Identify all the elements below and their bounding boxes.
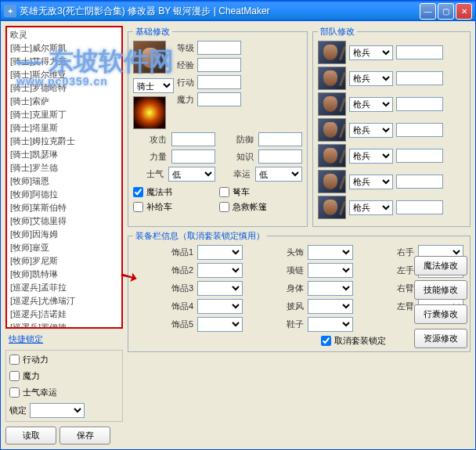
hero-item[interactable]: [骑士]罗德哈特: [8, 81, 121, 95]
hero-item[interactable]: [巡逻兵]罗伊德: [8, 321, 121, 329]
troop-count-input[interactable]: [396, 45, 443, 59]
hero-item[interactable]: [牧师]塞亚: [8, 241, 121, 254]
shortcut-lock-link[interactable]: 快捷锁定: [5, 332, 123, 347]
hero-item[interactable]: 欧灵: [8, 28, 121, 41]
troop-type-select[interactable]: 枪兵: [349, 200, 393, 215]
equip-legend: 装备栏信息（取消套装锁定慎用）: [133, 230, 267, 242]
hero-item[interactable]: [骑士]凯瑟琳: [8, 148, 121, 161]
side-button[interactable]: 魔法修改: [414, 256, 467, 275]
hero-item[interactable]: [巡逻兵]孟菲拉: [8, 281, 121, 294]
hero-item[interactable]: [牧师]凯特琳: [8, 268, 121, 281]
titlebar: ✦ 英雄无敌3(死亡阴影合集) 修改器 BY 银河漫步 | CheatMaker…: [1, 1, 475, 21]
luck-select[interactable]: 低: [255, 167, 302, 182]
cancel-set-chk[interactable]: [321, 336, 331, 346]
hero-portrait[interactable]: [133, 41, 166, 74]
power-input[interactable]: [171, 149, 215, 164]
maximize-button[interactable]: ▢: [438, 3, 454, 20]
defense-input[interactable]: [258, 132, 302, 146]
save-button[interactable]: 保存: [60, 427, 110, 445]
hero-item[interactable]: [骑士]塔里斯: [8, 121, 121, 135]
troop-portrait[interactable]: [318, 67, 346, 90]
class-select[interactable]: 骑士: [133, 78, 174, 93]
troop-portrait[interactable]: [318, 196, 346, 219]
app-icon: ✦: [4, 5, 16, 17]
troop-count-input[interactable]: [396, 123, 443, 137]
hero-item[interactable]: [骑士]威尔斯凯: [8, 41, 121, 55]
attack-input[interactable]: [171, 132, 215, 146]
tent-chk[interactable]: [219, 202, 229, 212]
hero-listbox[interactable]: 欧灵[骑士]威尔斯凯[骑士]艾得力克[骑士]斯尔维亚[骑士]罗德哈特[骑士]索萨…: [5, 26, 123, 329]
equip-select[interactable]: [197, 299, 243, 314]
troop-portrait[interactable]: [318, 41, 346, 64]
troop-count-input[interactable]: [396, 175, 443, 189]
troop-type-select[interactable]: 枪兵: [349, 123, 393, 138]
troop-count-input[interactable]: [396, 97, 443, 111]
morale-luck-chk[interactable]: [9, 387, 20, 398]
equip-select[interactable]: [308, 281, 353, 296]
equip-select[interactable]: [308, 245, 353, 260]
side-button[interactable]: 行囊修改: [414, 304, 467, 324]
basic-panel: 基础修改 骑士 等级 经验 行动 魔力: [128, 26, 308, 227]
hero-item[interactable]: [骑士]罗兰德: [8, 161, 121, 175]
troop-count-input[interactable]: [396, 200, 443, 214]
side-button[interactable]: 资源修改: [414, 329, 467, 348]
morale-select[interactable]: 低: [168, 167, 215, 182]
hero-item[interactable]: [骑士]斯尔维亚: [8, 68, 121, 81]
troop-type-select[interactable]: 枪兵: [349, 149, 393, 164]
equip-select[interactable]: [308, 263, 353, 278]
lock-label: 锁定: [9, 405, 27, 416]
magic-input[interactable]: [197, 92, 241, 106]
skill-portrait[interactable]: [133, 96, 166, 129]
hero-item[interactable]: [牧师]罗尼斯: [8, 254, 121, 268]
hero-item[interactable]: [骑士]姆拉克爵士: [8, 135, 121, 148]
window-title: 英雄无敌3(死亡阴影合集) 修改器 BY 银河漫步 | CheatMaker: [20, 5, 420, 18]
equip-select[interactable]: [197, 245, 243, 260]
lock-select[interactable]: [30, 403, 85, 418]
hero-item[interactable]: [牧师]艾德里得: [8, 214, 121, 228]
equip-select[interactable]: [197, 281, 243, 296]
equip-select[interactable]: [308, 317, 353, 332]
troop-portrait[interactable]: [318, 144, 346, 167]
minimize-button[interactable]: —: [420, 3, 436, 20]
hero-item[interactable]: [巡逻兵]尤佛瑞汀: [8, 294, 121, 308]
troop-portrait[interactable]: [318, 170, 346, 193]
action-input[interactable]: [197, 75, 241, 89]
close-button[interactable]: ✕: [456, 3, 472, 20]
basic-legend: 基础修改: [133, 26, 172, 38]
supply-chk[interactable]: [133, 202, 143, 212]
load-button[interactable]: 读取: [5, 427, 56, 445]
troop-legend: 部队修改: [318, 26, 357, 38]
hero-item[interactable]: [骑士]索萨: [8, 95, 121, 108]
hero-item[interactable]: [牧师]因海姆: [8, 228, 121, 241]
level-input[interactable]: [197, 41, 241, 55]
catapult-chk[interactable]: [219, 187, 229, 197]
troop-portrait[interactable]: [318, 118, 346, 142]
hero-item[interactable]: [牧师]阿德拉: [8, 188, 121, 201]
hero-item[interactable]: [巡逻兵]洁诺娃: [8, 308, 121, 321]
side-button[interactable]: 技能修改: [414, 280, 467, 300]
equip-select[interactable]: [197, 317, 243, 332]
exp-input[interactable]: [197, 58, 241, 72]
troop-type-select[interactable]: 枪兵: [349, 97, 393, 112]
equip-select[interactable]: [197, 263, 243, 278]
troop-type-select[interactable]: 枪兵: [349, 71, 393, 86]
troop-count-input[interactable]: [396, 149, 443, 163]
action-lock-chk[interactable]: [9, 355, 20, 365]
equip-select[interactable]: [308, 299, 353, 314]
hero-item[interactable]: [骑士]艾得力克: [8, 55, 121, 68]
troop-type-select[interactable]: 枪兵: [349, 175, 393, 189]
troop-type-select[interactable]: 枪兵: [349, 45, 393, 60]
troop-panel: 部队修改 枪兵枪兵枪兵枪兵枪兵枪兵枪兵: [312, 26, 471, 227]
hero-item[interactable]: [牧师]瑞恩: [8, 175, 121, 188]
spellbook-chk[interactable]: [133, 187, 143, 197]
hero-item[interactable]: [牧师]莱斯伯特: [8, 201, 121, 214]
knowledge-input[interactable]: [258, 149, 302, 164]
magic-lock-chk[interactable]: [9, 371, 20, 381]
troop-count-input[interactable]: [396, 71, 443, 85]
troop-portrait[interactable]: [318, 92, 346, 116]
hero-item[interactable]: [骑士]克里斯丁: [8, 108, 121, 121]
lock-options-panel: 行动力 魔力 士气幸运 锁定: [5, 350, 123, 422]
